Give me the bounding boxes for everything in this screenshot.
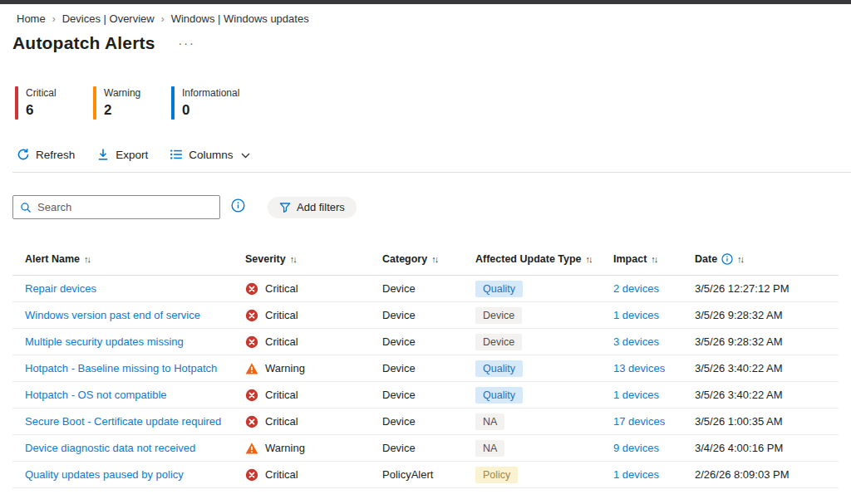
table-row: Multiple security updates missingCritica… — [12, 329, 839, 355]
category-cell: Device — [382, 335, 475, 348]
page-content: Home › Devices | Overview › Windows | Wi… — [0, 12, 851, 488]
sort-icon: ↑↓ — [84, 254, 90, 264]
impact-link[interactable]: 13 devices — [613, 362, 665, 374]
breadcrumb-home[interactable]: Home — [17, 12, 46, 25]
update-type-cell: Quality — [475, 281, 613, 297]
alert-name-link[interactable]: Secure Boot - Certificate update require… — [25, 415, 221, 428]
alert-name-link[interactable]: Repair devices — [25, 282, 96, 295]
severity-label: Critical — [265, 468, 298, 481]
filter-funnel-icon — [279, 202, 291, 213]
category-cell: Device — [382, 282, 475, 295]
category-cell: Device — [382, 362, 475, 374]
search-info-icon[interactable] — [231, 198, 245, 216]
column-header-severity[interactable]: Severity ↑↓ — [245, 253, 382, 265]
impact-link[interactable]: 1 devices — [613, 309, 659, 321]
update-type-cell: Quality — [475, 360, 613, 377]
update-type-badge: NA — [475, 440, 504, 457]
page-title: Autopatch Alerts — [12, 33, 155, 53]
alert-name-link[interactable]: Hotpatch - OS not compatible — [25, 389, 167, 401]
update-type-cell: Device — [475, 334, 613, 350]
column-header-affected-update-type[interactable]: Affected Update Type ↑↓ — [475, 253, 613, 265]
columns-label: Columns — [189, 149, 233, 161]
breadcrumb-devices-overview[interactable]: Devices | Overview — [62, 12, 155, 25]
warning-color-bar — [93, 86, 96, 120]
impact-link[interactable]: 3 devices — [613, 335, 659, 348]
table-row: Hotpatch - OS not compatibleCriticalDevi… — [12, 382, 839, 409]
export-button[interactable]: Export — [96, 148, 148, 161]
alert-name-link[interactable]: Hotpatch - Baseline missing to Hotpatch — [25, 362, 217, 374]
critical-icon — [245, 335, 258, 349]
impact-link[interactable]: 1 devices — [613, 468, 659, 481]
category-cell: PolicyAlert — [382, 468, 475, 481]
impact-link[interactable]: 9 devices — [613, 442, 659, 454]
update-type-badge: Device — [475, 307, 522, 324]
alert-name-cell: Hotpatch - Baseline missing to Hotpatch — [12, 362, 245, 374]
impact-link[interactable]: 17 devices — [613, 415, 665, 428]
informational-color-bar — [171, 86, 175, 120]
impact-cell: 13 devices — [613, 362, 695, 374]
search-icon — [20, 202, 32, 213]
impact-cell: 3 devices — [613, 335, 695, 348]
column-header-impact[interactable]: Impact ↑↓ — [613, 253, 695, 265]
top-nav-edge — [0, 0, 851, 4]
search-box[interactable] — [12, 195, 220, 219]
export-label: Export — [116, 149, 148, 161]
update-type-cell: Device — [475, 307, 613, 324]
sort-icon: ↑↓ — [431, 254, 437, 264]
alert-name-link[interactable]: Device diagnostic data not received — [25, 442, 195, 454]
refresh-label: Refresh — [36, 149, 75, 161]
more-options-icon[interactable]: ··· — [179, 37, 195, 50]
alert-name-link[interactable]: Quality updates paused by policy — [25, 468, 184, 481]
summary-warning: Warning 2 — [93, 86, 145, 120]
update-type-badge: Quality — [475, 387, 523, 404]
column-label: Date — [695, 253, 717, 265]
add-filters-button[interactable]: Add filters — [268, 197, 357, 218]
breadcrumb-windows-updates[interactable]: Windows | Windows updates — [171, 12, 309, 25]
date-cell: 3/5/26 1:00:35 AM — [695, 415, 839, 428]
sort-icon: ↑↓ — [651, 254, 657, 264]
filter-row: Add filters — [12, 195, 851, 219]
summary-count: 2 — [104, 102, 140, 119]
critical-icon — [245, 468, 258, 482]
column-header-category[interactable]: Category ↑↓ — [382, 253, 475, 265]
info-icon[interactable] — [721, 253, 733, 265]
alert-name-link[interactable]: Multiple security updates missing — [25, 335, 184, 348]
search-input[interactable] — [37, 201, 213, 213]
date-cell: 3/4/26 4:00:16 PM — [695, 442, 839, 454]
impact-link[interactable]: 2 devices — [613, 282, 659, 295]
table-row: Secure Boot - Certificate update require… — [12, 409, 839, 435]
critical-icon — [245, 415, 258, 428]
table-row: Hotpatch - Baseline missing to HotpatchW… — [12, 355, 839, 382]
alert-name-link[interactable]: Windows version past end of service — [25, 309, 200, 321]
breadcrumb: Home › Devices | Overview › Windows | Wi… — [17, 12, 851, 25]
impact-link[interactable]: 1 devices — [613, 389, 659, 401]
severity-label: Critical — [265, 389, 298, 401]
summary-label: Critical — [26, 87, 57, 99]
toolbar: Refresh Export Columns — [17, 144, 851, 164]
alerts-table-header: Alert Name ↑↓ Severity ↑↓ Category ↑↓ Af… — [12, 242, 839, 276]
column-label: Category — [382, 253, 427, 265]
impact-cell: 1 devices — [613, 389, 695, 401]
refresh-button[interactable]: Refresh — [17, 148, 75, 161]
severity-label: Warning — [265, 362, 305, 374]
severity-cell: Critical — [245, 335, 382, 349]
breadcrumb-separator: › — [161, 13, 165, 25]
impact-cell: 17 devices — [613, 415, 695, 428]
category-cell: Device — [382, 389, 475, 401]
critical-color-bar — [15, 86, 18, 120]
severity-summary: Critical 6 Warning 2 Informational 0 — [15, 86, 851, 120]
column-header-alert-name[interactable]: Alert Name ↑↓ — [12, 253, 245, 265]
update-type-badge: NA — [475, 413, 504, 430]
column-header-date[interactable]: Date ↑↓ — [695, 253, 839, 265]
update-type-badge: Quality — [475, 360, 523, 377]
columns-button[interactable]: Columns — [170, 148, 249, 161]
category-cell: Device — [382, 309, 475, 321]
add-filters-label: Add filters — [297, 201, 345, 213]
impact-cell: 2 devices — [613, 282, 695, 295]
summary-count: 0 — [182, 102, 239, 119]
alert-name-cell: Repair devices — [12, 282, 245, 295]
impact-cell: 9 devices — [613, 442, 695, 454]
update-type-badge: Device — [475, 334, 522, 350]
alert-name-cell: Secure Boot - Certificate update require… — [12, 415, 245, 428]
sort-icon: ↑↓ — [290, 254, 296, 264]
